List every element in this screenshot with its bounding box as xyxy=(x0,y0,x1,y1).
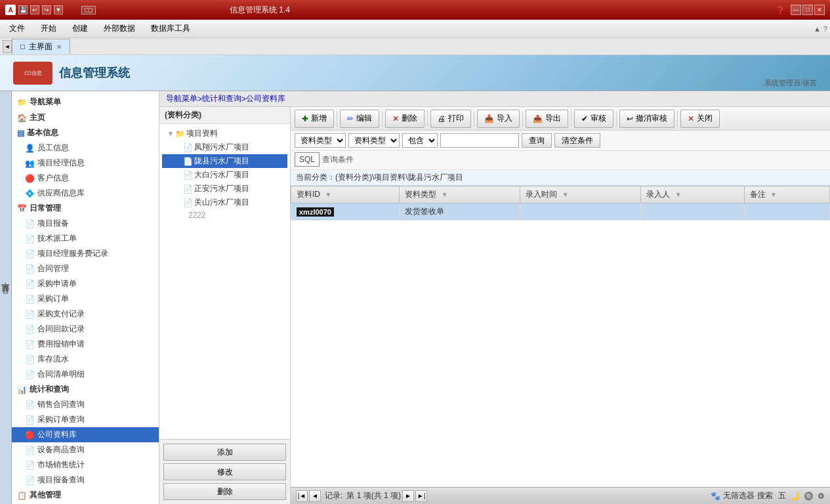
path-text: 当前分类：(资料分类)\项目资料\陇县污水厂项目 xyxy=(296,173,463,182)
menu-database[interactable]: 数据库工具 xyxy=(144,21,197,36)
sidebar-section-basic[interactable]: ▤ 基本信息 xyxy=(12,125,159,140)
nav-last-button[interactable]: ►| xyxy=(415,490,427,502)
undo-icon[interactable]: ↩ xyxy=(30,5,39,14)
close-toolbar-icon: ✕ xyxy=(688,114,694,123)
delete-icon: ✕ xyxy=(392,114,399,123)
toolbar-sep-7 xyxy=(616,111,617,127)
menu-create[interactable]: 创建 xyxy=(66,21,94,36)
sidebar-item-company-db[interactable]: 🔴 公司资料库 xyxy=(12,427,159,442)
menu-external[interactable]: 外部数据 xyxy=(97,21,142,36)
tree-edit-button[interactable]: 修改 xyxy=(163,463,286,480)
clear-button[interactable]: 清空条件 xyxy=(554,133,600,148)
import-button[interactable]: 📥 导入 xyxy=(477,110,520,128)
tab-main[interactable]: □ 主界面 ✕ xyxy=(12,39,70,54)
sort-time-icon: ▼ xyxy=(562,191,569,198)
cell-type: 发货签收单 xyxy=(400,203,520,220)
two-panel: 导航菜单 📁 导航菜单 🏠 主页 ▤ 基本信息 👤 员工信息 xyxy=(0,91,830,504)
sidebar-item-project-report[interactable]: 📄 项目报备 xyxy=(12,216,159,231)
help-menu-icon[interactable]: ? xyxy=(823,25,827,33)
minimize-button[interactable]: — xyxy=(791,5,801,15)
sidebar-item-tech[interactable]: 📄 技术派工单 xyxy=(12,231,159,246)
expand-icon: ▼ xyxy=(167,130,174,137)
search-input[interactable] xyxy=(440,133,519,148)
sidebar-item-purchase-query[interactable]: 📄 采购订单查询 xyxy=(12,412,159,427)
unapprove-button[interactable]: ↩ 撤消审核 xyxy=(619,110,674,128)
sidebar-item-purchase-pay[interactable]: 📄 采购支付记录 xyxy=(12,306,159,322)
sidebar-item-pm-fee[interactable]: 📄 项目经理服务费记录 xyxy=(12,246,159,261)
nav-text: 记录: xyxy=(325,490,342,501)
condition-dropdown[interactable]: 包含 xyxy=(402,133,438,148)
print-button[interactable]: 🖨 打印 xyxy=(430,110,471,128)
table-row[interactable]: xmzl0070 发货签收单 xyxy=(291,203,830,220)
save-icon[interactable]: 💾 xyxy=(18,5,28,14)
nav-prev-button[interactable]: ◄ xyxy=(309,490,321,502)
sidebar-item-purchase-order[interactable]: 📄 采购订单 xyxy=(12,291,159,306)
nav-first-button[interactable]: |◄ xyxy=(296,490,308,502)
sidebar-item-contract-detail[interactable]: 📄 合同清单明细 xyxy=(12,367,159,382)
help-icon[interactable]: ❓ xyxy=(776,6,785,14)
breadcrumb-home[interactable]: 导航菜单 xyxy=(166,93,197,104)
tree-delete-button[interactable]: 删除 xyxy=(163,483,286,500)
tree-item-zheng-an[interactable]: 📄 正安污水厂项目 xyxy=(162,182,287,196)
sidebar-item-stock[interactable]: 📄 库存流水 xyxy=(12,352,159,367)
tree-item-guanshan[interactable]: 📄 关山污水厂项目 xyxy=(162,196,287,209)
type-dropdown-2[interactable]: 资料类型 xyxy=(348,133,400,148)
edit-button[interactable]: ✏ 编辑 xyxy=(340,110,379,128)
tree-item-dabai[interactable]: 📄 大白污水厂项目 xyxy=(162,168,287,182)
sidebar-item-device-query[interactable]: 📄 设备商品查询 xyxy=(12,442,159,457)
sidebar-item-employee[interactable]: 👤 员工信息 xyxy=(12,140,159,156)
sidebar-item-expense[interactable]: 📄 费用报销申请 xyxy=(12,337,159,352)
redo-icon[interactable]: ↪ xyxy=(42,5,51,14)
list-icon: ▤ xyxy=(17,129,24,138)
breadcrumb-current[interactable]: 公司资料库 xyxy=(246,93,285,104)
sidebar-item-purchase-req[interactable]: 📄 采购申请单 xyxy=(12,276,159,291)
doc-icon-10: 📄 xyxy=(25,355,35,364)
col-type[interactable]: 资料类型 ▼ xyxy=(400,186,520,203)
sidebar-item-supplier[interactable]: 💠 供应商信息库 xyxy=(12,186,159,201)
export-button[interactable]: 📤 导出 xyxy=(526,110,568,128)
sidebar-item-project-query[interactable]: 📄 项目报备查询 xyxy=(12,472,159,488)
sidebar-item-pm[interactable]: 👥 项目经理信息 xyxy=(12,156,159,171)
file-icon-2: 📄 xyxy=(183,157,193,166)
sort-person-icon: ▼ xyxy=(675,191,682,198)
sidebar-item-customer[interactable]: 🔴 客户信息 xyxy=(12,171,159,186)
approve-button[interactable]: ✔ 审核 xyxy=(574,110,613,128)
tree-item-fengxiang[interactable]: 📄 凤翔污水厂项目 xyxy=(162,140,287,154)
add-button[interactable]: ✚ 新增 xyxy=(295,110,334,128)
delete-button[interactable]: ✕ 删除 xyxy=(385,110,425,128)
type-dropdown-1[interactable]: 资料类型 xyxy=(295,133,346,148)
tree-add-button[interactable]: 添加 xyxy=(163,444,286,461)
close-button[interactable]: ✕ xyxy=(814,5,825,15)
col-time[interactable]: 录入时间 ▼ xyxy=(520,186,641,203)
toolbar-sep-6 xyxy=(571,111,571,127)
breadcrumb-stats[interactable]: 统计和查询 xyxy=(202,93,241,104)
toolbar-expand-icon[interactable]: ▼ xyxy=(54,5,63,14)
sidebar-item-sales-stats[interactable]: 📄 市场销售统计 xyxy=(12,457,159,472)
sidebar-item-home[interactable]: 🏠 主页 xyxy=(12,110,159,125)
tree-item-project[interactable]: ▼ 📁 项目资料 xyxy=(162,127,287,140)
breadcrumb: 导航菜单 > 统计和查询 > 公司资料库 xyxy=(159,91,830,107)
nav-left-icon[interactable]: ◄ xyxy=(3,40,12,53)
data-area: (资料分类) ▼ 📁 项目资料 📄 凤翔污水厂项目 xyxy=(159,107,830,504)
nav-next-button[interactable]: ► xyxy=(402,490,414,502)
sidebar-section-other[interactable]: 📋 其他管理 xyxy=(12,488,159,503)
menu-start[interactable]: 开始 xyxy=(34,21,63,36)
collapse-icon[interactable]: ▲ xyxy=(814,25,821,33)
folder-icon-tree: 📁 xyxy=(175,129,185,138)
sidebar-section-stats[interactable]: 📊 统计和查询 xyxy=(12,382,159,397)
data-table-wrap: 资料ID ▼ 资料类型 ▼ 录入时间 ▼ xyxy=(291,186,830,487)
tab-close-button[interactable]: ✕ xyxy=(56,43,62,51)
sidebar-item-contract[interactable]: 📄 合同管理 xyxy=(12,261,159,276)
sidebar-item-sales-query[interactable]: 📄 销售合同查询 xyxy=(12,397,159,412)
breadcrumb-sep1: > xyxy=(197,94,202,104)
query-button[interactable]: 查询 xyxy=(522,133,552,148)
menu-file[interactable]: 文件 xyxy=(3,21,31,36)
sidebar-section-daily[interactable]: 📅 日常管理 xyxy=(12,201,159,216)
col-person[interactable]: 录入人 ▼ xyxy=(641,186,744,203)
tree-item-longxian[interactable]: 📄 陇县污水厂项目 xyxy=(162,154,287,168)
maximize-button[interactable]: □ xyxy=(802,5,813,15)
sidebar-item-contract-return[interactable]: 📄 合同回款记录 xyxy=(12,322,159,337)
col-note[interactable]: 备注 ▼ xyxy=(744,186,829,203)
col-id[interactable]: 资料ID ▼ xyxy=(291,186,400,203)
close-toolbar-button[interactable]: ✕ 关闭 xyxy=(680,110,720,128)
